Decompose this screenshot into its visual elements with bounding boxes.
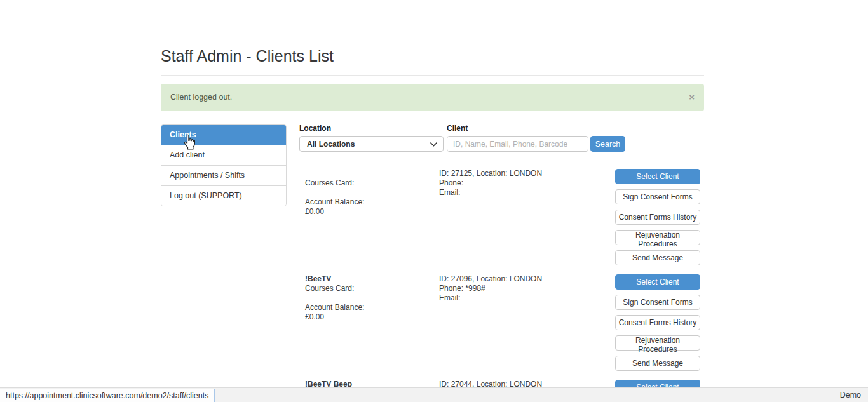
client-row: Courses Card: Account Balance: £0.00 ID:… bbox=[299, 169, 704, 265]
client-contact-column: ID: 27096, Location: LONDON Phone: *998#… bbox=[439, 274, 615, 371]
select-client-button[interactable]: Select Client bbox=[615, 169, 700, 184]
client-phone: Phone: *998# bbox=[439, 284, 615, 293]
consent-forms-history-button[interactable]: Consent Forms History bbox=[615, 315, 700, 330]
sidebar-menu: Clients Add client Appointments / Shifts… bbox=[161, 124, 287, 206]
rejuvenation-procedures-button[interactable]: Rejuvenation Procedures bbox=[615, 230, 700, 245]
spacer bbox=[305, 188, 439, 198]
client-row: !BeeTV Courses Card: Account Balance: £0… bbox=[299, 274, 704, 371]
consent-forms-history-button[interactable]: Consent Forms History bbox=[615, 210, 700, 225]
client-search-input[interactable] bbox=[447, 136, 588, 152]
client-actions-column: Select ClientSign Consent FormsConsent F… bbox=[615, 169, 700, 265]
select-client-button[interactable]: Select Client bbox=[615, 274, 700, 290]
sign-consent-forms-button[interactable]: Sign Consent Forms bbox=[615, 189, 700, 204]
sign-consent-forms-button[interactable]: Sign Consent Forms bbox=[615, 295, 700, 310]
rejuvenation-procedures-button[interactable]: Rejuvenation Procedures bbox=[615, 335, 700, 351]
alert-success: Client logged out. × bbox=[161, 84, 704, 111]
courses-card-label: Courses Card: bbox=[305, 284, 439, 293]
alert-message: Client logged out. bbox=[170, 93, 232, 102]
sidebar-item-add-client[interactable]: Add client bbox=[161, 145, 286, 165]
account-balance-value: £0.00 bbox=[305, 207, 439, 217]
client-label: Client bbox=[447, 124, 588, 132]
spacer bbox=[305, 293, 439, 303]
client-id-location: ID: 27125, Location: LONDON bbox=[439, 169, 615, 178]
courses-card-label: Courses Card: bbox=[305, 178, 439, 188]
client-field: Client bbox=[447, 124, 588, 152]
client-phone: Phone: bbox=[439, 178, 615, 188]
account-balance-value: £0.00 bbox=[305, 312, 439, 322]
account-balance-label: Account Balance: bbox=[305, 198, 439, 207]
sidebar-item-log-out-support[interactable]: Log out (SUPPORT) bbox=[161, 185, 286, 206]
title-divider bbox=[161, 75, 704, 76]
sidebar-item-clients[interactable]: Clients bbox=[161, 125, 286, 145]
sidebar-item-label: Appointments / Shifts bbox=[170, 171, 245, 180]
sidebar-item-label: Add client bbox=[170, 151, 205, 159]
location-select[interactable]: All Locations bbox=[299, 136, 444, 152]
send-message-button[interactable]: Send Message bbox=[615, 250, 700, 265]
location-selected-value: All Locations bbox=[307, 140, 355, 149]
sidebar-item-appointments-shifts[interactable]: Appointments / Shifts bbox=[161, 165, 286, 185]
client-name: !BeeTV bbox=[305, 274, 439, 284]
search-button[interactable]: Search bbox=[590, 136, 625, 152]
demo-label: Demo bbox=[840, 391, 861, 399]
client-id-location: ID: 27096, Location: LONDON bbox=[439, 274, 615, 284]
location-label: Location bbox=[299, 124, 444, 132]
link-url-tooltip: https://appointment.clinicsoftware.com/d… bbox=[0, 389, 215, 402]
location-field: Location All Locations bbox=[299, 124, 444, 152]
sidebar-item-label: Clients bbox=[170, 130, 196, 139]
main-panel: Location All Locations Client Search bbox=[299, 124, 704, 402]
staff-admin-page: Staff Admin - Clients List Client logged… bbox=[161, 0, 704, 402]
page-title: Staff Admin - Clients List bbox=[161, 47, 704, 65]
client-list: Courses Card: Account Balance: £0.00 ID:… bbox=[299, 169, 704, 402]
client-info-column: Courses Card: Account Balance: £0.00 bbox=[299, 169, 439, 265]
client-info-column: !BeeTV Courses Card: Account Balance: £0… bbox=[299, 274, 439, 371]
sidebar-item-label: Log out (SUPPORT) bbox=[170, 191, 242, 200]
client-email: Email: bbox=[439, 293, 615, 303]
content-row: Clients Add client Appointments / Shifts… bbox=[161, 124, 704, 402]
search-bar: Location All Locations Client Search bbox=[299, 124, 704, 152]
chevron-down-icon bbox=[430, 140, 437, 149]
client-email: Email: bbox=[439, 188, 615, 198]
alert-close-icon[interactable]: × bbox=[689, 92, 695, 102]
client-name bbox=[305, 169, 439, 178]
send-message-button[interactable]: Send Message bbox=[615, 356, 700, 371]
client-contact-column: ID: 27125, Location: LONDON Phone: Email… bbox=[439, 169, 615, 265]
account-balance-label: Account Balance: bbox=[305, 303, 439, 312]
client-actions-column: Select ClientSign Consent FormsConsent F… bbox=[615, 274, 700, 371]
